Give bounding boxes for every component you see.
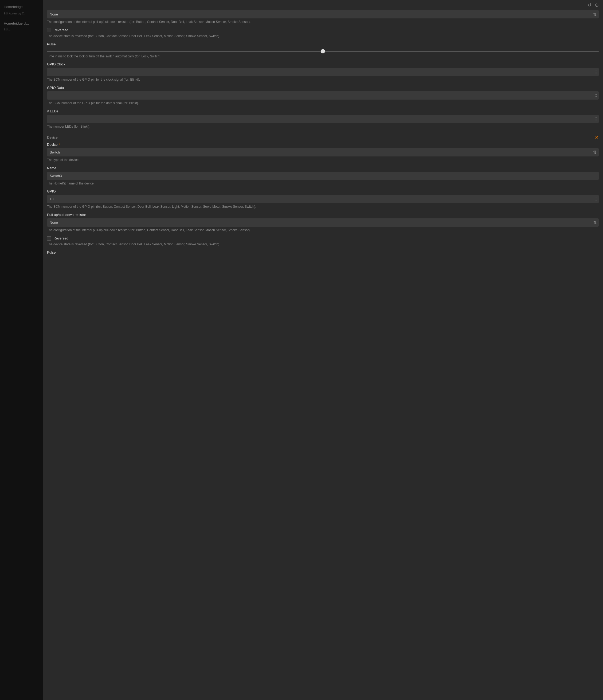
sidebar-section: Edit... (0, 27, 43, 32)
device-gpio-desc: The BCM number of the GPIO pin (for: But… (47, 204, 599, 209)
pull-resistor-select-2[interactable]: None Pull-up Pull-down (47, 218, 599, 227)
gpio-clock-label: GPIO Clock (47, 62, 599, 66)
top-icons: ↺ ⊙ (587, 2, 599, 8)
device-gpio-spinner: ▲ ▼ (595, 197, 597, 202)
device-name-group: Name The HomeKit name of the device. (47, 166, 599, 186)
top-bar: ↺ ⊙ (43, 0, 603, 10)
sidebar: Homebridge Edit Accessory C... Homebridg… (0, 0, 43, 700)
device-name-desc: The HomeKit name of the device. (47, 181, 599, 186)
reversed-checkbox-1[interactable] (47, 28, 51, 32)
device-type-label: Device * (47, 143, 599, 147)
num-leds-input[interactable] (47, 115, 599, 123)
slider-wrapper-1 (47, 48, 599, 53)
device-name-input[interactable] (47, 172, 599, 180)
pull-resistor-group-1: None Pull-up Pull-down ⇅ The configurati… (47, 10, 599, 24)
device-type-select[interactable]: Switch Button Contact Sensor Door Bell L… (47, 148, 599, 156)
gpio-data-spinner: ▲ ▼ (595, 93, 597, 98)
reversed-desc-1: The device state is reversed (for: Butto… (47, 34, 599, 39)
form-area: None Pull-up Pull-down ⇅ The configurati… (43, 10, 603, 269)
sidebar-subtitle: Edit Accessory C... (0, 11, 43, 16)
gpio-data-group: GPIO Data ▲ ▼ The BCM number of the GPIO… (47, 86, 599, 105)
gpio-clock-group: GPIO Clock ▲ ▼ The BCM number of the GPI… (47, 62, 599, 82)
device-gpio-label: GPIO (47, 189, 599, 193)
device-type-group: Device * Switch Button Contact Sensor Do… (47, 143, 599, 162)
spinner-down-icon-3: ▼ (595, 119, 597, 122)
pull-resistor-label-2: Pull-up/pull-down resistor (47, 213, 599, 217)
num-leds-spinner: ▲ ▼ (595, 116, 597, 122)
reversed-group-1: Reversed The device state is reversed (f… (47, 28, 599, 39)
spinner-up-icon-2: ▲ (595, 93, 597, 96)
gpio-data-input-wrapper: ▲ ▼ (47, 91, 599, 100)
reversed-label-1: Reversed (53, 28, 68, 32)
reversed-label-2: Reversed (53, 236, 68, 240)
pulse-label-1: Pulse (47, 42, 599, 46)
device-type-desc: The type of the device. (47, 158, 599, 162)
spinner-down-icon: ▼ (595, 72, 597, 75)
gpio-clock-input-wrapper: ▲ ▼ (47, 68, 599, 76)
pull-resistor-select-wrapper-1: None Pull-up Pull-down ⇅ (47, 10, 599, 19)
device-section: Device ✕ Device * Switch Button Contact … (47, 133, 599, 254)
icon-user[interactable]: ⊙ (595, 2, 599, 8)
reversed-checkbox-2[interactable] (47, 236, 51, 241)
gpio-clock-spinner: ▲ ▼ (595, 69, 597, 75)
gpio-clock-desc: The BCM number of the GPIO pin for the c… (47, 77, 599, 82)
sidebar-logo: Homebridge (0, 3, 43, 11)
device-gpio-input[interactable] (47, 195, 599, 203)
device-section-title: Device (47, 135, 58, 140)
pull-resistor-select-1[interactable]: None Pull-up Pull-down (47, 10, 599, 19)
gpio-data-label: GPIO Data (47, 86, 599, 90)
pull-resistor-desc-2: The configuration of the internal pull-u… (47, 228, 599, 232)
device-section-header: Device ✕ (47, 133, 599, 143)
device-gpio-input-wrapper: ▲ ▼ (47, 195, 599, 203)
pull-resistor-group-2: Pull-up/pull-down resistor None Pull-up … (47, 213, 599, 232)
device-gpio-group: GPIO ▲ ▼ The BCM number of the GPIO pin … (47, 189, 599, 209)
reversed-desc-2: The device state is reversed (for: Butto… (47, 242, 599, 247)
pull-resistor-select-wrapper-2: None Pull-up Pull-down ⇅ (47, 218, 599, 227)
num-leds-group: # LEDs ▲ ▼ The number LEDs (for: Blinkt)… (47, 109, 599, 129)
pulse-slider-1[interactable] (47, 51, 599, 52)
reversed-row-1: Reversed (47, 28, 599, 32)
num-leds-input-wrapper: ▲ ▼ (47, 115, 599, 123)
reversed-row-2: Reversed (47, 236, 599, 241)
pulse-group-1: Pulse Time in ms to lock the lock or tur… (47, 42, 599, 59)
sidebar-app-name: Homebridge U... (0, 16, 43, 27)
spinner-up-icon-3: ▲ (595, 116, 597, 119)
num-leds-desc: The number LEDs (for: Blinkt). (47, 124, 599, 129)
spinner-down-icon-2: ▼ (595, 96, 597, 98)
pulse-desc-1: Time in ms to lock the lock or turn off … (47, 54, 599, 59)
num-leds-label: # LEDs (47, 109, 599, 113)
gpio-data-desc: The BCM number of the GPIO pin for the d… (47, 101, 599, 105)
icon-refresh[interactable]: ↺ (587, 2, 592, 8)
main-content: ↺ ⊙ None Pull-up Pull-down ⇅ The configu… (43, 0, 603, 700)
required-marker: * (58, 143, 61, 147)
pulse-label-2: Pulse (47, 250, 599, 254)
pull-resistor-desc-1: The configuration of the internal pull-u… (47, 20, 599, 24)
pulse-group-2: Pulse (47, 250, 599, 254)
gpio-clock-input[interactable] (47, 68, 599, 76)
spinner-down-icon-4: ▼ (595, 199, 597, 202)
spinner-up-icon: ▲ (595, 69, 597, 72)
reversed-group-2: Reversed The device state is reversed (f… (47, 236, 599, 247)
device-type-select-wrapper: Switch Button Contact Sensor Door Bell L… (47, 148, 599, 156)
device-name-label: Name (47, 166, 599, 170)
gpio-data-input[interactable] (47, 91, 599, 100)
spinner-up-icon-4: ▲ (595, 197, 597, 199)
remove-device-button[interactable]: ✕ (595, 135, 599, 140)
